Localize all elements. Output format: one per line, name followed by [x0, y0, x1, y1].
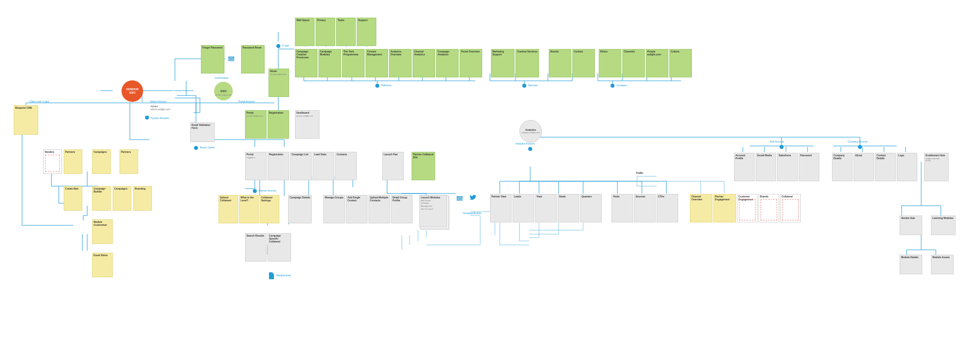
- card-analytics-overview: Analytics Overview: [389, 49, 412, 77]
- lbl: View: [537, 195, 542, 198]
- lbl-fjam: F-Jam: [282, 44, 289, 47]
- sub: vendor.enlight.com: [246, 115, 265, 118]
- card-campaign-builder-y: Campaign Builder: [92, 186, 111, 211]
- card-deals: Deals: [558, 194, 579, 222]
- card-collateral: Collateral: [780, 194, 801, 222]
- lbl: Campaign Creation Processes: [296, 50, 309, 59]
- lbl: Portal Overview: [461, 50, 480, 53]
- lbl: Partner Collateral Site: [413, 153, 434, 159]
- lbl: Ethics: [600, 50, 608, 53]
- lbl: Dashboard: [296, 111, 309, 114]
- card-partner-view: Partner View: [490, 194, 512, 222]
- lbl: Quarters: [582, 195, 592, 198]
- card-salesforce: Salesforce: [777, 153, 798, 181]
- card-tech-programmes: The Tech Programmes: [342, 49, 365, 77]
- card-forgot-password: Forgot Password: [201, 45, 224, 73]
- dot-edit-account: [780, 145, 784, 149]
- card-channel-analytics: Channel Analytics: [413, 49, 435, 77]
- lbl-file-download: Filedownload: [276, 274, 291, 277]
- card-dashboard: Dashboardpartner.enlight.com: [295, 110, 319, 139]
- lbl-campaign-builder: CampaignBuilder: [463, 212, 481, 215]
- card-branding: Branding: [133, 186, 152, 211]
- lbl: Collateral Settings: [261, 196, 272, 202]
- lbl: Tasks: [338, 19, 344, 22]
- card-brands2: Brands: [759, 194, 779, 222]
- card-company-details: Company Details: [832, 153, 853, 181]
- card-contact: Contact: [572, 49, 595, 77]
- lbl: Registration: [269, 153, 283, 156]
- card-support: Support: [357, 18, 376, 46]
- card-quarters: Quarters: [580, 194, 602, 222]
- lbl-confirmation: Confirmation: [215, 76, 228, 79]
- lbl: Module Customiser: [94, 220, 107, 226]
- sub: vendor.enlight.com: [270, 73, 288, 76]
- sub: partner.enlight.com: [296, 115, 318, 118]
- card-portal1: Portalvendor.enlight.com: [245, 110, 267, 139]
- card-tasks: Tasks: [336, 18, 356, 46]
- card-what-level: What is the Level?: [239, 195, 259, 223]
- lbl: Enablement Hub: [926, 154, 945, 157]
- twitter-icon: [469, 194, 476, 201]
- card-visits: Visits: [612, 194, 633, 222]
- lbl: Campaign Builder: [94, 187, 105, 193]
- lbl: Learning Modules: [932, 217, 954, 219]
- lbl: Channel Overview: [691, 195, 702, 201]
- file-icon: [269, 272, 274, 279]
- lbl: Sources: [636, 195, 645, 198]
- lbl-clicks-link: Clicks Link / Login: [29, 100, 49, 103]
- card-ctas: CTAs: [657, 194, 678, 222]
- lbl: Leads: [514, 195, 521, 198]
- i2: Management: [421, 205, 445, 208]
- card-contact-details: Contact Details: [875, 153, 896, 181]
- dot-company: [611, 84, 614, 88]
- lbl: Social Media: [757, 154, 772, 157]
- lbl: Campaign Specific Collateral: [269, 234, 281, 243]
- lbl-traffic: Traffic: [636, 171, 643, 174]
- lbl: Deals: [559, 195, 565, 198]
- lbl: Partners: [121, 150, 131, 153]
- card-vendor-hub: Vendor Hub: [900, 216, 922, 235]
- card-channel-overview: Channel Overview: [690, 194, 712, 222]
- card-module-customiser: Module Customiser: [92, 219, 113, 244]
- sub: analytics.enlight.com: [521, 132, 539, 134]
- lbl: Partner Engagement: [715, 195, 730, 201]
- card-vendors: Vendors: [43, 149, 62, 174]
- node-vendor-sso: VENDOR SSO: [122, 80, 143, 102]
- lbl: SSO: [220, 90, 227, 93]
- card-create-new: Create New: [64, 186, 82, 211]
- dot-platforms: [375, 84, 379, 88]
- lbl: Blueprint CMS: [15, 106, 32, 109]
- lbl-system-modules: System Modules: [151, 117, 169, 120]
- dot-company-account: [858, 145, 862, 149]
- card-learning-modules: Learning Modules: [931, 216, 956, 235]
- lbl: Forgot Password: [202, 46, 222, 49]
- card-partners: Partners: [64, 149, 82, 174]
- card-people: People enlight.com: [646, 49, 668, 77]
- lbl: Culture: [671, 50, 680, 53]
- lbl: About: [855, 154, 862, 157]
- card-launch-modules: Launch Modules Edit Panels Schedule Mana…: [419, 195, 447, 227]
- lbl: Partner View: [491, 195, 506, 198]
- lbl-platforms: Platforms: [381, 84, 392, 87]
- card-campaign-details: Campaign Details: [288, 195, 312, 223]
- card-campaign-modules: Campaign Modules: [318, 49, 341, 77]
- lbl: Email Editor: [94, 254, 108, 257]
- card-lead-stats: Lead Stats: [313, 152, 334, 180]
- card-account-profile: Account Profile: [734, 153, 755, 181]
- lbl: Search Results: [246, 234, 264, 237]
- lbl: Company Details: [833, 154, 845, 160]
- lbl: Customer Engagement: [738, 195, 753, 201]
- lbl: Registration: [269, 111, 283, 114]
- s: admin.enlight.com: [150, 108, 171, 111]
- lbl-services: Services: [528, 84, 538, 87]
- dot-fjam: [276, 44, 280, 48]
- lbl: Contacts: [337, 153, 347, 156]
- lbl: VENDOR SSO: [126, 88, 139, 94]
- card-manage-groups: Manage Groups: [323, 195, 345, 223]
- lbl-company: Company: [616, 84, 627, 87]
- lbl: Portal: [246, 111, 253, 114]
- lbl-company-account: Company Account: [848, 140, 868, 143]
- lbl: Campaigns: [114, 187, 127, 190]
- lbl: Password Reset: [243, 46, 262, 49]
- card-email-validation: Email Validation Form: [190, 122, 215, 142]
